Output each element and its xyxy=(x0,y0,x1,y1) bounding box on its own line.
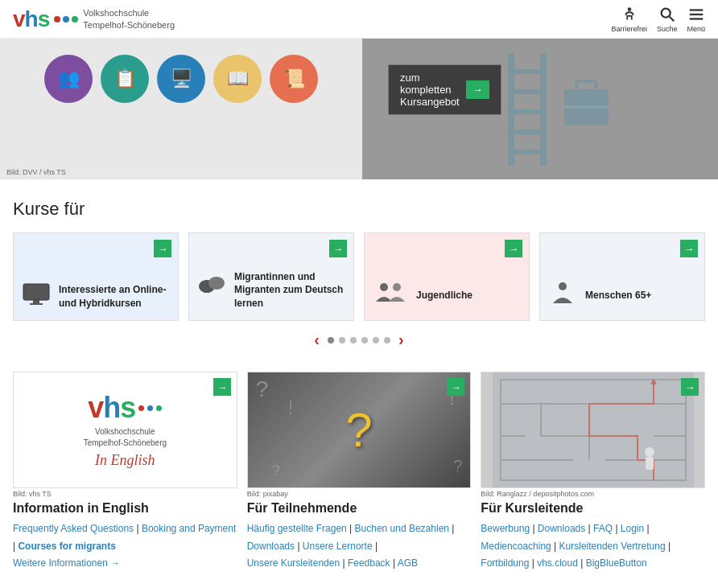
bcard-caption-kursleitende: Bild: Ranglazz / depositphotos.com xyxy=(481,490,705,498)
carousel-dot-6[interactable] xyxy=(384,337,390,343)
link-weitere-en[interactable]: Weitere Informationen → xyxy=(13,555,120,573)
link-vhs-cloud[interactable]: vhs.cloud xyxy=(537,557,578,569)
hero-icon-briefcase: 📋 xyxy=(101,55,149,103)
bcard-arrow-teilnehmende[interactable]: → xyxy=(447,378,464,396)
hero-banner: 👥 📋 🖥️ 📖 📜 Bild: DVV / vhs TS zum komple… xyxy=(0,39,718,179)
menu-button[interactable]: Menü xyxy=(687,6,705,33)
carousel-prev-button[interactable]: ‹ xyxy=(314,331,320,349)
site-header: vhs Volkshochschule Tempelhof-Schöneberg… xyxy=(0,0,718,39)
svg-rect-12 xyxy=(508,150,547,154)
carousel-next-button[interactable]: › xyxy=(398,331,404,349)
link-buchen[interactable]: Buchen und Bezahlen xyxy=(355,523,449,534)
card-content-1: Interessierte an Online- und Hybridkurse… xyxy=(22,282,170,310)
svg-point-1 xyxy=(661,8,670,17)
bcard-kursleitende: → Bild: Ranglazz / depositphotos.com Für… xyxy=(481,372,705,573)
link-feedback[interactable]: Feedback xyxy=(348,557,390,569)
bcard-links-teilnehmende: Häufig gestellte Fragen | Buchen und Bez… xyxy=(247,520,472,573)
card-arrow-2: → xyxy=(329,240,347,257)
question-main-icon: ? xyxy=(345,402,372,458)
link-fortbildung[interactable]: Fortbildung xyxy=(481,557,529,569)
hero-right: zum kompletten Kursangebot → xyxy=(362,39,718,179)
card-arrow-1: → xyxy=(154,240,171,257)
svg-line-2 xyxy=(669,16,674,21)
bcard-caption-english: Bild: vhs TS xyxy=(13,490,237,498)
link-faq-de[interactable]: Häufig gestellte Fragen xyxy=(247,523,347,534)
svg-rect-39 xyxy=(646,457,654,470)
hero-icons-grid: 👥 📋 🖥️ 📖 📜 xyxy=(0,39,362,119)
svg-point-38 xyxy=(645,447,654,457)
vhs-logo-card: vhs VolkshochschuleTempelhof-Schöneberg … xyxy=(13,372,237,488)
svg-rect-16 xyxy=(23,284,49,300)
bottom-section: vhs VolkshochschuleTempelhof-Schöneberg … xyxy=(0,372,718,586)
link-vertretung[interactable]: Kursleitenden Vertretung xyxy=(559,541,666,552)
vhs-logo-text: vhs xyxy=(13,8,49,31)
bcard-title-teilnehmende: Für Teilnehmende xyxy=(247,501,472,516)
card-content-3: Jugendliche xyxy=(373,281,472,310)
kurse-card-online[interactable]: → Interessierte an Online- und Hybridkur… xyxy=(13,232,179,321)
link-login[interactable]: Login xyxy=(621,523,644,534)
speech-icon xyxy=(197,275,226,305)
carousel-dot-4[interactable] xyxy=(361,337,368,343)
bcard-arrow-kursleitende[interactable]: → xyxy=(681,378,699,396)
link-agb[interactable]: AGB xyxy=(398,557,418,569)
card-label-3: Jugendliche xyxy=(416,289,472,302)
barrierefrei-button[interactable]: Barrierefrei xyxy=(611,6,647,33)
youth-icon xyxy=(373,281,408,310)
bcard-caption-teilnehmende: Bild: pixabay xyxy=(247,490,472,498)
carousel-nav: ‹ › xyxy=(13,321,705,359)
vhs-english-text: In English xyxy=(95,452,155,469)
hero-caption: Bild: DVV / vhs TS xyxy=(6,168,66,176)
carousel-dot-5[interactable] xyxy=(373,337,379,343)
link-booking[interactable]: Booking and Payment xyxy=(142,523,236,534)
link-kursleitende-teiln[interactable]: Unsere Kursleitenden xyxy=(247,557,340,569)
link-faq-english[interactable]: Frequently Asked Questions xyxy=(13,523,134,534)
bcard-kursleitende-img-container: → xyxy=(481,372,705,488)
link-downloads-kurs[interactable]: Downloads xyxy=(538,523,585,534)
card-arrow-4: → xyxy=(680,240,698,257)
search-button[interactable]: Suche xyxy=(657,6,678,33)
svg-rect-8 xyxy=(508,69,547,74)
carousel-dot-2[interactable] xyxy=(339,337,345,343)
header-nav: Barrierefrei Suche Menü xyxy=(611,6,705,33)
link-courses-migrants[interactable]: Courses for migrants xyxy=(18,541,115,552)
link-bewerbung[interactable]: Bewerbung xyxy=(481,523,530,534)
svg-rect-25 xyxy=(493,372,694,488)
hero-left: 👥 📋 🖥️ 📖 📜 Bild: DVV / vhs TS xyxy=(0,39,362,179)
bcard-english-img-container: vhs VolkshochschuleTempelhof-Schöneberg … xyxy=(13,372,237,488)
kurse-card-65plus[interactable]: → Menschen 65+ xyxy=(539,232,705,321)
logo-area[interactable]: vhs Volkshochschule Tempelhof-Schöneberg xyxy=(13,7,175,31)
vhs-logo-sub: VolkshochschuleTempelhof-Schöneberg xyxy=(84,426,167,449)
kurse-card-jugendliche[interactable]: → Jugendliche xyxy=(364,232,530,321)
senior-icon xyxy=(548,281,577,310)
barrierefrei-icon xyxy=(621,6,638,23)
link-downloads-teiln[interactable]: Downloads xyxy=(247,541,295,552)
link-bigbluebutton[interactable]: BigBlueButton xyxy=(586,557,647,569)
vhs-big-logo: vhs xyxy=(88,391,135,425)
link-faq-kurs[interactable]: FAQ xyxy=(593,523,613,534)
svg-rect-10 xyxy=(508,109,547,114)
card-label-4: Menschen 65+ xyxy=(585,289,651,302)
bcard-teilnehmende-img-container: ? ! ? ! ? ? → xyxy=(247,372,472,488)
card-arrow-3: → xyxy=(505,240,522,257)
link-lernorte[interactable]: Unsere Lernorte xyxy=(303,541,373,552)
hero-ladder-svg xyxy=(460,45,621,174)
svg-point-23 xyxy=(393,283,401,291)
carousel-dot-1[interactable] xyxy=(328,337,334,343)
svg-point-0 xyxy=(627,7,631,11)
maze-card xyxy=(481,372,705,488)
bcard-arrow-english[interactable]: → xyxy=(213,378,231,396)
kurse-card-migranten[interactable]: → Migrantinnen und Migranten zum Deutsch… xyxy=(188,232,354,321)
svg-rect-9 xyxy=(508,89,547,94)
carousel-dot-3[interactable] xyxy=(350,337,357,343)
bcard-links-kursleitende: Bewerbung | Downloads | FAQ | Login |Med… xyxy=(481,520,705,573)
svg-point-22 xyxy=(380,283,388,291)
svg-point-24 xyxy=(559,282,567,290)
link-mediencoaching[interactable]: Mediencoaching xyxy=(481,541,551,552)
search-icon xyxy=(658,6,676,23)
bcard-links-english: Frequently Asked Questions | Booking and… xyxy=(13,520,237,573)
hero-icon-people: 👥 xyxy=(44,55,93,103)
bcard-english: vhs VolkshochschuleTempelhof-Schöneberg … xyxy=(13,372,237,573)
kurse-cards: → Interessierte an Online- und Hybridkur… xyxy=(13,232,705,321)
logo-dots xyxy=(54,16,78,23)
logo-subtitle: Volkshochschule Tempelhof-Schöneberg xyxy=(83,7,175,31)
